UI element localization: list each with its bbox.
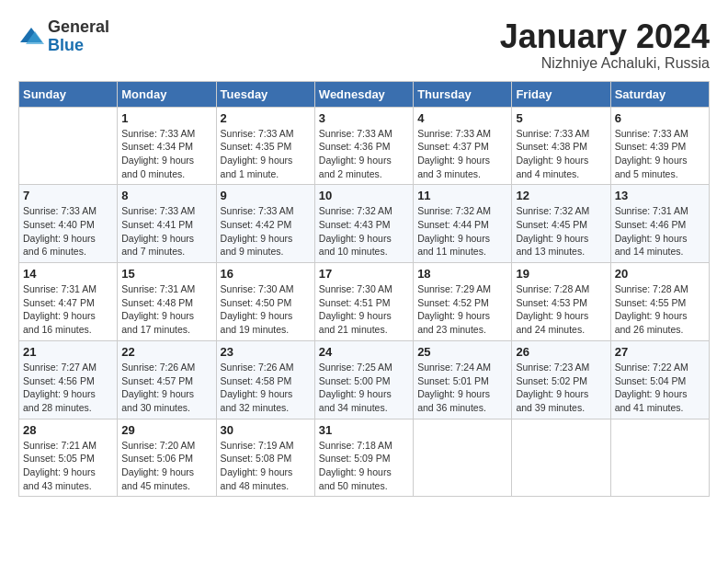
calendar-table: SundayMondayTuesdayWednesdayThursdayFrid… [18, 81, 710, 498]
day-number: 31 [319, 423, 409, 437]
calendar-cell: 17Sunrise: 7:30 AM Sunset: 4:51 PM Dayli… [314, 263, 413, 341]
day-info: Sunrise: 7:33 AM Sunset: 4:34 PM Dayligh… [121, 127, 211, 181]
day-number: 29 [121, 423, 211, 437]
day-number: 12 [516, 189, 606, 202]
day-number: 19 [516, 267, 606, 281]
logo-general: General [48, 17, 109, 36]
calendar-cell [610, 419, 709, 497]
day-number: 4 [417, 111, 507, 125]
calendar-cell: 26Sunrise: 7:23 AM Sunset: 5:02 PM Dayli… [512, 340, 610, 419]
calendar-cell: 27Sunrise: 7:22 AM Sunset: 5:04 PM Dayli… [610, 340, 709, 419]
calendar-cell: 18Sunrise: 7:29 AM Sunset: 4:52 PM Dayli… [414, 263, 512, 341]
col-header-tuesday: Tuesday [216, 81, 314, 107]
calendar-week-row: 21Sunrise: 7:27 AM Sunset: 4:56 PM Dayli… [19, 340, 710, 419]
day-info: Sunrise: 7:33 AM Sunset: 4:42 PM Dayligh… [221, 204, 311, 259]
calendar-week-row: 1Sunrise: 7:33 AM Sunset: 4:34 PM Daylig… [19, 107, 710, 185]
day-number: 23 [221, 345, 311, 359]
day-info: Sunrise: 7:28 AM Sunset: 4:55 PM Dayligh… [615, 282, 705, 337]
calendar-cell: 12Sunrise: 7:32 AM Sunset: 4:45 PM Dayli… [512, 185, 610, 263]
calendar-cell: 31Sunrise: 7:18 AM Sunset: 5:09 PM Dayli… [314, 419, 413, 497]
col-header-saturday: Saturday [610, 81, 709, 107]
calendar-week-row: 14Sunrise: 7:31 AM Sunset: 4:47 PM Dayli… [19, 263, 710, 341]
day-number: 14 [23, 267, 113, 281]
day-info: Sunrise: 7:21 AM Sunset: 5:05 PM Dayligh… [23, 439, 113, 493]
day-number: 6 [615, 111, 705, 125]
day-info: Sunrise: 7:31 AM Sunset: 4:48 PM Dayligh… [121, 282, 211, 337]
day-number: 10 [319, 189, 409, 202]
day-number: 13 [615, 189, 705, 202]
calendar-cell: 14Sunrise: 7:31 AM Sunset: 4:47 PM Dayli… [19, 263, 118, 341]
calendar-cell: 19Sunrise: 7:28 AM Sunset: 4:53 PM Dayli… [512, 263, 610, 341]
day-info: Sunrise: 7:33 AM Sunset: 4:36 PM Dayligh… [319, 127, 409, 181]
day-info: Sunrise: 7:33 AM Sunset: 4:37 PM Dayligh… [417, 127, 507, 181]
calendar-cell: 2Sunrise: 7:33 AM Sunset: 4:35 PM Daylig… [216, 107, 314, 185]
calendar-cell [512, 419, 610, 497]
day-number: 18 [417, 267, 507, 281]
calendar-cell: 29Sunrise: 7:20 AM Sunset: 5:06 PM Dayli… [118, 419, 216, 497]
day-info: Sunrise: 7:26 AM Sunset: 4:57 PM Dayligh… [121, 361, 211, 415]
calendar-cell: 15Sunrise: 7:31 AM Sunset: 4:48 PM Dayli… [118, 263, 216, 341]
day-number: 26 [516, 345, 606, 359]
day-info: Sunrise: 7:33 AM Sunset: 4:41 PM Dayligh… [121, 204, 211, 259]
day-number: 25 [417, 345, 507, 359]
day-info: Sunrise: 7:30 AM Sunset: 4:50 PM Dayligh… [221, 282, 311, 337]
page-header: General Blue January 2024 Nizhniye Achal… [18, 18, 710, 72]
logo-text: General Blue [48, 18, 109, 55]
day-info: Sunrise: 7:33 AM Sunset: 4:39 PM Dayligh… [615, 127, 705, 181]
day-number: 27 [615, 345, 705, 359]
calendar-week-row: 7Sunrise: 7:33 AM Sunset: 4:40 PM Daylig… [19, 185, 710, 263]
day-number: 5 [516, 111, 606, 125]
day-info: Sunrise: 7:26 AM Sunset: 4:58 PM Dayligh… [221, 361, 311, 415]
day-number: 8 [121, 189, 211, 202]
calendar-cell: 1Sunrise: 7:33 AM Sunset: 4:34 PM Daylig… [118, 107, 216, 185]
calendar-week-row: 28Sunrise: 7:21 AM Sunset: 5:05 PM Dayli… [19, 419, 710, 497]
calendar-cell: 23Sunrise: 7:26 AM Sunset: 4:58 PM Dayli… [216, 340, 314, 419]
day-info: Sunrise: 7:33 AM Sunset: 4:40 PM Dayligh… [23, 204, 113, 259]
calendar-cell: 8Sunrise: 7:33 AM Sunset: 4:41 PM Daylig… [118, 185, 216, 263]
calendar-cell: 25Sunrise: 7:24 AM Sunset: 5:01 PM Dayli… [414, 340, 512, 419]
day-info: Sunrise: 7:32 AM Sunset: 4:43 PM Dayligh… [319, 204, 409, 259]
calendar-cell [19, 107, 118, 185]
col-header-monday: Monday [118, 81, 216, 107]
day-number: 9 [221, 189, 311, 202]
day-info: Sunrise: 7:29 AM Sunset: 4:52 PM Dayligh… [417, 282, 507, 337]
calendar-cell: 9Sunrise: 7:33 AM Sunset: 4:42 PM Daylig… [216, 185, 314, 263]
day-info: Sunrise: 7:30 AM Sunset: 4:51 PM Dayligh… [319, 282, 409, 337]
calendar-cell: 11Sunrise: 7:32 AM Sunset: 4:44 PM Dayli… [414, 185, 512, 263]
logo: General Blue [18, 18, 109, 55]
day-number: 22 [121, 345, 211, 359]
calendar-cell: 7Sunrise: 7:33 AM Sunset: 4:40 PM Daylig… [19, 185, 118, 263]
day-number: 20 [615, 267, 705, 281]
day-info: Sunrise: 7:20 AM Sunset: 5:06 PM Dayligh… [121, 439, 211, 493]
calendar-cell: 20Sunrise: 7:28 AM Sunset: 4:55 PM Dayli… [610, 263, 709, 341]
calendar-cell: 10Sunrise: 7:32 AM Sunset: 4:43 PM Dayli… [314, 185, 413, 263]
day-number: 11 [417, 189, 507, 202]
day-info: Sunrise: 7:19 AM Sunset: 5:08 PM Dayligh… [221, 439, 311, 493]
month-title: January 2024 [500, 18, 710, 55]
day-info: Sunrise: 7:25 AM Sunset: 5:00 PM Dayligh… [319, 361, 409, 415]
calendar-cell: 16Sunrise: 7:30 AM Sunset: 4:50 PM Dayli… [216, 263, 314, 341]
calendar-cell: 24Sunrise: 7:25 AM Sunset: 5:00 PM Dayli… [314, 340, 413, 419]
day-info: Sunrise: 7:33 AM Sunset: 4:35 PM Dayligh… [221, 127, 311, 181]
day-number: 2 [221, 111, 311, 125]
day-number: 24 [319, 345, 409, 359]
day-number: 16 [221, 267, 311, 281]
day-info: Sunrise: 7:33 AM Sunset: 4:38 PM Dayligh… [516, 127, 606, 181]
calendar-header-row: SundayMondayTuesdayWednesdayThursdayFrid… [19, 81, 710, 107]
col-header-thursday: Thursday [414, 81, 512, 107]
col-header-sunday: Sunday [19, 81, 118, 107]
day-info: Sunrise: 7:32 AM Sunset: 4:45 PM Dayligh… [516, 204, 606, 259]
day-info: Sunrise: 7:27 AM Sunset: 4:56 PM Dayligh… [23, 361, 113, 415]
day-number: 1 [121, 111, 211, 125]
day-info: Sunrise: 7:31 AM Sunset: 4:46 PM Dayligh… [615, 204, 705, 259]
day-info: Sunrise: 7:22 AM Sunset: 5:04 PM Dayligh… [615, 361, 705, 415]
day-number: 28 [23, 423, 113, 437]
location-title: Nizhniye Achaluki, Russia [500, 55, 710, 72]
day-number: 3 [319, 111, 409, 125]
title-block: January 2024 Nizhniye Achaluki, Russia [500, 18, 710, 72]
calendar-cell: 4Sunrise: 7:33 AM Sunset: 4:37 PM Daylig… [414, 107, 512, 185]
day-info: Sunrise: 7:23 AM Sunset: 5:02 PM Dayligh… [516, 361, 606, 415]
calendar-cell: 30Sunrise: 7:19 AM Sunset: 5:08 PM Dayli… [216, 419, 314, 497]
calendar-cell: 3Sunrise: 7:33 AM Sunset: 4:36 PM Daylig… [314, 107, 413, 185]
calendar-cell: 21Sunrise: 7:27 AM Sunset: 4:56 PM Dayli… [19, 340, 118, 419]
